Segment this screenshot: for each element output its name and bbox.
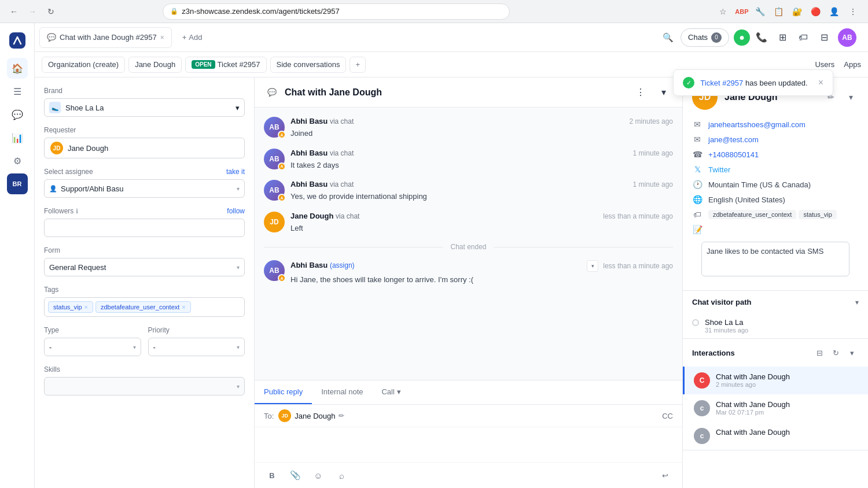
abp-icon[interactable]: ABP [734, 3, 750, 20]
skills-select[interactable]: ▾ [44, 377, 245, 395]
sidebar-icon-chart[interactable]: 📊 [7, 127, 28, 148]
form-select[interactable]: General Request ▾ [44, 258, 245, 276]
profile-icon[interactable]: 👤 [826, 3, 843, 20]
interaction-item-1[interactable]: c Chat with Jane Dough Mar 02 07:17 pm [683, 394, 868, 422]
cc-button[interactable]: CC [662, 412, 673, 420]
contact-tag-1: status_vip [799, 210, 837, 219]
forward-button[interactable]: → [25, 5, 39, 19]
breadcrumb-add-button[interactable]: + [350, 57, 366, 73]
toolbar-attach-icon[interactable]: 📎 [287, 467, 303, 483]
msg-sender-text-2: Abhi Basu [290, 149, 328, 157]
toolbar-submit-button[interactable]: ↩ [657, 467, 673, 483]
breadcrumb-side-conversations[interactable]: Side conversations [270, 57, 347, 73]
toast-ticket-link[interactable]: Ticket #2957 [700, 79, 743, 87]
msg-channel-4: via chat [336, 212, 359, 220]
breadcrumb-ticket[interactable]: OPEN Ticket #2957 [185, 57, 266, 73]
recipient-edit-icon[interactable]: ✏ [339, 412, 344, 420]
tags-area[interactable]: status_vip × zdbetafeature_user_context … [44, 297, 245, 317]
follow-link[interactable]: follow [227, 207, 245, 215]
sidebar-icon-br[interactable]: BR [7, 173, 28, 194]
status-icon[interactable]: ● [734, 29, 750, 46]
add-tab-icon: + [182, 33, 187, 42]
user-avatar[interactable]: AB [838, 28, 856, 47]
collapse-icon[interactable]: ▾ [845, 346, 859, 360]
tag-beta-close[interactable]: × [182, 304, 185, 310]
filter-icon[interactable]: ⊟ [812, 346, 826, 360]
requester-field[interactable]: JD Jane Dough [44, 138, 245, 158]
sidebar-icon-settings[interactable]: ⚙ [7, 150, 28, 171]
composer-tab-internal-note[interactable]: Internal note [312, 380, 372, 404]
tag-beta-text: zdbetafeature_user_context [101, 304, 179, 310]
requester-group: Requester JD Jane Dough [44, 126, 245, 158]
search-icon[interactable]: 🔍 [660, 29, 676, 46]
followers-field[interactable] [44, 219, 245, 237]
msg-text-1: Joined [290, 128, 673, 139]
twitter-text[interactable]: Twitter [708, 165, 730, 174]
type-select[interactable]: - ▾ [44, 338, 141, 356]
tab-ticket-2957[interactable]: 💬 Chat with Jane Dough #2957 × [39, 27, 172, 48]
tag-icon[interactable]: 🏷 [794, 28, 812, 47]
visitor-path-title: Chat visitor path [692, 298, 855, 306]
msg-assign-label[interactable]: (assign) [330, 261, 355, 269]
tab-chat-icon: 💬 [47, 33, 56, 42]
interaction-item-2[interactable]: c Chat with Jane Dough [683, 422, 868, 450]
composer-tab-call[interactable]: Call ▾ [372, 380, 410, 404]
chat-collapse-icon[interactable]: ▾ [654, 83, 673, 102]
tag-status-vip-close[interactable]: × [84, 304, 88, 310]
browser-bar: ← → ↻ 🔒 z3n-showcase.zendesk.com/agent/t… [0, 0, 868, 23]
notes-area[interactable]: Jane likes to be contacted via SMS [701, 242, 849, 276]
assignee-label-row: Select assignee take it [44, 168, 245, 176]
ext1-icon[interactable]: 🔧 [752, 3, 768, 20]
assignee-label: Select assignee [44, 168, 93, 176]
toolbar-search-icon[interactable]: ⌕ [333, 467, 350, 483]
address-bar[interactable]: 🔒 z3n-showcase.zendesk.com/agent/tickets… [163, 3, 510, 20]
back-button[interactable]: ← [7, 5, 21, 19]
toolbar-bold-icon[interactable]: B [264, 467, 280, 483]
msg-dropdown-btn[interactable]: ▾ [587, 260, 598, 272]
tag-status-vip: status_vip × [48, 301, 93, 313]
email2-text[interactable]: jane@test.com [708, 135, 759, 144]
email1-text[interactable]: janeheartsshoes@gmail.com [708, 120, 806, 129]
refresh-button[interactable]: ↻ [44, 5, 58, 19]
sidebar-icon-chat[interactable]: 💬 [7, 104, 28, 125]
brand-select[interactable]: 🥿 Shoe La La ▾ [44, 98, 245, 117]
form-label: Form [44, 246, 245, 254]
interaction-item-0[interactable]: C Chat with Jane Dough 2 minutes ago [683, 367, 868, 394]
ext4-icon[interactable]: 🔴 [808, 3, 824, 20]
contact-expand-icon[interactable]: ▾ [843, 89, 859, 105]
take-it-link[interactable]: take it [226, 168, 245, 176]
composer-body[interactable] [255, 427, 682, 462]
breadcrumb-org[interactable]: Organization (create) [42, 57, 125, 73]
phone-text[interactable]: +14088050141 [708, 150, 759, 159]
assignee-select[interactable]: 👤 Support/Abhi Basu ▾ [44, 179, 245, 198]
priority-select[interactable]: - ▾ [148, 338, 245, 356]
ext2-icon[interactable]: 📋 [771, 3, 787, 20]
apps-tab[interactable]: Apps [844, 60, 861, 69]
interaction-badge-0: C [694, 372, 710, 389]
phone-icon[interactable]: 📞 [752, 28, 771, 47]
ext3-icon[interactable]: 🔐 [789, 3, 806, 20]
contact-tag-0: zdbetafeature_user_context [708, 210, 796, 219]
grid-icon[interactable]: ⊞ [773, 28, 792, 47]
breadcrumb-jane[interactable]: Jane Dough [128, 57, 182, 73]
star-button[interactable]: ☆ [715, 3, 731, 20]
browser-menu[interactable]: ⋮ [845, 3, 861, 20]
msg-time-2: 1 minute ago [633, 149, 673, 157]
top-action-icons: ● 📞 ⊞ 🏷 ⊟ [734, 28, 833, 47]
visitor-path-header[interactable]: Chat visitor path ▾ [683, 291, 868, 313]
logo[interactable] [7, 30, 28, 51]
sidebar-icon-home[interactable]: 🏠 [7, 58, 28, 79]
chats-button[interactable]: Chats 0 [681, 28, 729, 47]
add-tab-button[interactable]: + Add [176, 28, 208, 47]
followers-group: Followers ℹ follow [44, 207, 245, 237]
toast-close-button[interactable]: × [818, 77, 823, 88]
chat-more-icon[interactable]: ⋮ [631, 83, 650, 102]
interaction-content-1: Chat with Jane Dough Mar 02 07:17 pm [716, 400, 859, 416]
apps-icon[interactable]: ⊟ [815, 28, 833, 47]
refresh-icon[interactable]: ↻ [829, 346, 843, 360]
toolbar-emoji-icon[interactable]: ☺ [310, 467, 326, 483]
tab-close-button[interactable]: × [160, 34, 164, 42]
sidebar-icon-tickets[interactable]: ☰ [7, 81, 28, 102]
users-tab[interactable]: Users [815, 60, 834, 69]
composer-tab-public-reply[interactable]: Public reply [255, 380, 312, 404]
